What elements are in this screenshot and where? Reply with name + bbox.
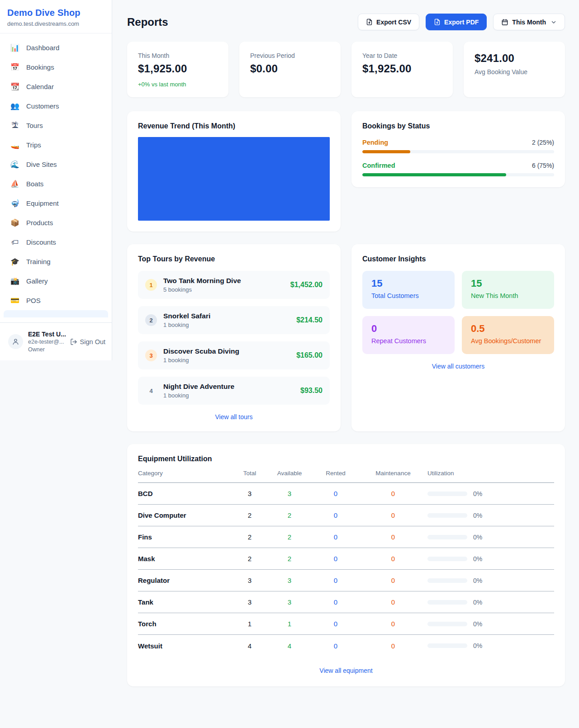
tour-revenue: $93.50 <box>300 387 323 395</box>
trips-icon: 🚤 <box>10 141 20 149</box>
progress-track <box>362 150 554 153</box>
table-row: Regulator 3 3 0 0 0% <box>138 570 554 591</box>
calendar-icon: 📆 <box>10 82 20 91</box>
cell-maintenance: 0 <box>359 490 427 497</box>
sidebar-item-label: Bookings <box>26 63 54 71</box>
cell-available: 1 <box>266 620 313 628</box>
equipment-utilization-title: Equipment Utilization <box>138 455 554 463</box>
stat-cards: This Month $1,925.00 +0% vs last month P… <box>127 42 565 97</box>
tours-icon: 🏝 <box>10 122 20 130</box>
view-all-tours-link[interactable]: View all tours <box>138 413 330 421</box>
table-row: Wetsuit 4 4 0 0 0% <box>138 635 554 657</box>
cell-total: 4 <box>233 642 266 650</box>
sidebar-item-customers[interactable]: 👥 Customers <box>4 96 108 116</box>
sign-out-button[interactable]: Sign Out <box>70 338 105 345</box>
stat-card-avg-booking-value: $241.00 Avg Booking Value <box>464 42 565 97</box>
sidebar-item-bookings[interactable]: 📅 Bookings <box>4 57 108 77</box>
cell-rented: 0 <box>313 598 359 606</box>
cell-available: 2 <box>266 555 313 563</box>
export-csv-button[interactable]: Export CSV <box>358 14 419 30</box>
tile-new-this-month: 15 New This Month <box>462 271 554 309</box>
cell-available: 3 <box>266 598 313 606</box>
sidebar-item-dive-sites[interactable]: 🌊 Dive Sites <box>4 155 108 174</box>
stat-value: $241.00 <box>475 52 554 65</box>
table-row: Torch 1 1 0 0 0% <box>138 613 554 635</box>
discounts-icon: 🏷 <box>10 238 20 246</box>
sidebar-item-boats[interactable]: ⛵ Boats <box>4 174 108 194</box>
sidebar-item-calendar[interactable]: 📆 Calendar <box>4 77 108 96</box>
tile-repeat-customers: 0 Repeat Customers <box>362 316 455 354</box>
equipment-utilization-card: Equipment Utilization Category Total Ava… <box>127 444 565 686</box>
cell-rented: 0 <box>313 577 359 584</box>
page-title: Reports <box>127 16 168 28</box>
cell-category: BCD <box>138 490 233 497</box>
sidebar-item-dashboard[interactable]: 📊 Dashboard <box>4 38 108 57</box>
sidebar-item-discounts[interactable]: 🏷 Discounts <box>4 232 108 252</box>
utilization-percent: 0% <box>473 555 482 563</box>
cell-category: Fins <box>138 533 233 541</box>
status-label: Pending <box>362 139 388 146</box>
cell-rented: 0 <box>313 620 359 628</box>
tour-row: 3 Discover Scuba Diving 1 booking $165.0… <box>138 341 330 369</box>
charts-row: Revenue Trend (This Month) Bookings by S… <box>127 111 565 232</box>
period-selector[interactable]: This Month <box>493 14 565 30</box>
stat-card-previous-period: Previous Period $0.00 <box>239 42 341 97</box>
view-all-customers-link[interactable]: View all customers <box>362 363 554 370</box>
stat-label: Avg Booking Value <box>475 68 554 76</box>
column-header-rented: Rented <box>313 470 359 477</box>
utilization-percent: 0% <box>473 534 482 541</box>
tour-name: Night Dive Adventure <box>163 383 234 391</box>
cell-category: Regulator <box>138 577 233 584</box>
cell-category: Dive Computer <box>138 511 233 519</box>
cell-rented: 0 <box>313 511 359 519</box>
rank-badge: 1 <box>145 279 157 291</box>
sidebar-item-trips[interactable]: 🚤 Trips <box>4 135 108 155</box>
sidebar-item-gallery[interactable]: 📸 Gallery <box>4 271 108 291</box>
tour-revenue: $214.50 <box>296 316 323 324</box>
cell-utilization: 0% <box>427 534 554 541</box>
export-pdf-label: Export PDF <box>444 19 479 26</box>
sidebar-item-tours[interactable]: 🏝 Tours <box>4 116 108 135</box>
sidebar-item-active-partial[interactable] <box>4 310 108 317</box>
bookings-icon: 📅 <box>10 63 20 71</box>
sidebar-header: Demo Dive Shop demo.test.divestreams.com <box>0 0 112 33</box>
sidebar-item-equipment[interactable]: 🤿 Equipment <box>4 194 108 213</box>
header-actions: Export CSV Export PDF This Month <box>358 14 565 30</box>
tour-bookings: 1 booking <box>163 357 239 364</box>
bookings-by-status-title: Bookings by Status <box>362 122 554 130</box>
utilization-percent: 0% <box>473 599 482 606</box>
sidebar-item-pos[interactable]: 💳 POS <box>4 291 108 310</box>
cell-available: 2 <box>266 511 313 519</box>
sidebar-item-label: Training <box>26 258 51 265</box>
stat-label: Year to Date <box>362 52 442 59</box>
sidebar-item-label: Trips <box>26 141 41 149</box>
table-row: Dive Computer 2 2 0 0 0% <box>138 505 554 526</box>
tile-value: 15 <box>471 278 545 289</box>
sidebar-item-label: Equipment <box>26 199 59 207</box>
gallery-icon: 📸 <box>10 277 20 285</box>
sidebar-item-training[interactable]: 🎓 Training <box>4 252 108 271</box>
view-all-equipment-link[interactable]: View all equipment <box>138 667 554 674</box>
progress-fill <box>362 150 410 153</box>
tile-avg-bookings: 0.5 Avg Bookings/Customer <box>462 316 554 354</box>
sidebar-item-products[interactable]: 📦 Products <box>4 213 108 232</box>
stat-value: $1,925.00 <box>138 62 218 75</box>
stat-label: This Month <box>138 52 218 59</box>
file-download-icon <box>434 19 441 25</box>
cell-total: 2 <box>233 511 266 519</box>
chevron-down-icon <box>551 19 557 25</box>
utilization-percent: 0% <box>473 512 482 519</box>
cell-category: Torch <box>138 620 233 628</box>
customer-insights-title: Customer Insights <box>362 255 554 263</box>
top-tours-title: Top Tours by Revenue <box>138 255 330 263</box>
sidebar-nav: 📊 Dashboard 📅 Bookings 📆 Calendar 👥 Cust… <box>0 33 112 317</box>
utilization-bar <box>427 513 467 518</box>
sidebar-item-label: Customers <box>26 102 59 110</box>
bookings-by-status-card: Bookings by Status Pending 2 (25%) Confi… <box>351 111 565 187</box>
export-pdf-button[interactable]: Export PDF <box>426 14 487 30</box>
cell-available: 3 <box>266 577 313 584</box>
cell-maintenance: 0 <box>359 642 427 650</box>
utilization-bar <box>427 492 467 496</box>
status-count: 2 (25%) <box>532 139 554 146</box>
cell-utilization: 0% <box>427 642 554 649</box>
